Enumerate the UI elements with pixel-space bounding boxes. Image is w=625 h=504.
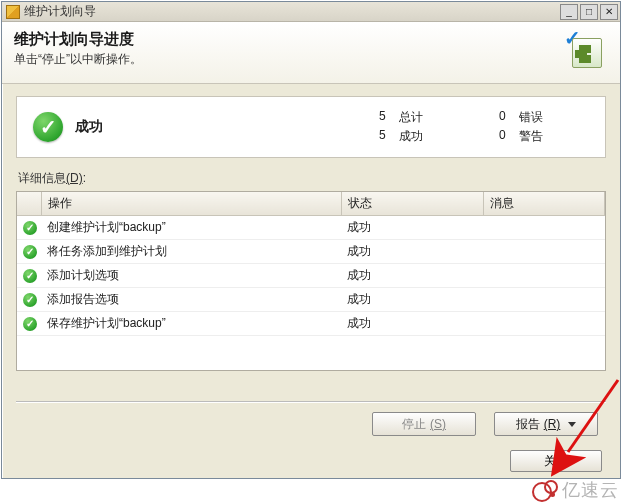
- titlebar: 维护计划向导 _ □ ✕: [2, 2, 620, 22]
- report-button[interactable]: 报告(R): [494, 412, 598, 436]
- col-status[interactable]: 状态: [341, 192, 483, 216]
- success-icon: ✓: [33, 112, 63, 142]
- row-action: 添加报告选项: [41, 288, 341, 312]
- app-icon: [6, 5, 20, 19]
- row-status-icon: ✓: [17, 240, 41, 264]
- details-grid: 操作 状态 消息 ✓创建维护计划“backup”成功✓将任务添加到维护计划成功✓…: [16, 191, 606, 371]
- row-message: [483, 216, 605, 240]
- watermark-text: 亿速云: [562, 478, 619, 502]
- page-title: 维护计划向导进度: [14, 30, 558, 49]
- error-label: 错误: [519, 109, 579, 126]
- row-status: 成功: [341, 240, 483, 264]
- total-label: 总计: [399, 109, 459, 126]
- row-status-icon: ✓: [17, 264, 41, 288]
- watermark-logo-icon: [532, 480, 558, 500]
- row-status-icon: ✓: [17, 288, 41, 312]
- row-action: 添加计划选项: [41, 264, 341, 288]
- stop-button[interactable]: 停止(S): [372, 412, 476, 436]
- row-status-icon: ✓: [17, 216, 41, 240]
- summary-status: 成功: [75, 118, 255, 136]
- row-message: [483, 264, 605, 288]
- row-status: 成功: [341, 312, 483, 336]
- row-action: 保存维护计划“backup”: [41, 312, 341, 336]
- close-window-button[interactable]: ✕: [600, 4, 618, 20]
- wizard-window: 维护计划向导 _ □ ✕ 维护计划向导进度 单击“停止”以中断操作。 ✓ 成功 …: [1, 1, 621, 479]
- close-button[interactable]: 关闭: [510, 450, 602, 472]
- minimize-button[interactable]: _: [560, 4, 578, 20]
- separator: [16, 401, 606, 402]
- row-status: 成功: [341, 216, 483, 240]
- row-action: 将任务添加到维护计划: [41, 240, 341, 264]
- wizard-icon: [566, 30, 608, 72]
- success-label: 成功: [399, 128, 459, 145]
- row-status: 成功: [341, 288, 483, 312]
- button-row: 停止(S) 报告(R): [16, 412, 606, 436]
- warning-label: 警告: [519, 128, 579, 145]
- row-message: [483, 312, 605, 336]
- window-controls: _ □ ✕: [560, 4, 618, 20]
- col-action[interactable]: 操作: [41, 192, 341, 216]
- header-strip: 维护计划向导进度 单击“停止”以中断操作。: [2, 22, 620, 84]
- row-message: [483, 240, 605, 264]
- row-message: [483, 288, 605, 312]
- row-action: 创建维护计划“backup”: [41, 216, 341, 240]
- col-message[interactable]: 消息: [483, 192, 605, 216]
- table-row[interactable]: ✓保存维护计划“backup”成功: [17, 312, 605, 336]
- maximize-button[interactable]: □: [580, 4, 598, 20]
- row-status: 成功: [341, 264, 483, 288]
- window-title: 维护计划向导: [24, 3, 560, 20]
- page-subtitle: 单击“停止”以中断操作。: [14, 51, 558, 68]
- total-count: 5: [379, 109, 399, 126]
- details-label: 详细信息(D):: [18, 170, 604, 187]
- table-row[interactable]: ✓将任务添加到维护计划成功: [17, 240, 605, 264]
- row-status-icon: ✓: [17, 312, 41, 336]
- chevron-down-icon: [568, 422, 576, 427]
- table-row[interactable]: ✓添加报告选项成功: [17, 288, 605, 312]
- warning-count: 0: [499, 128, 519, 145]
- error-count: 0: [499, 109, 519, 126]
- success-count: 5: [379, 128, 399, 145]
- table-row[interactable]: ✓添加计划选项成功: [17, 264, 605, 288]
- summary-panel: ✓ 成功 5 总计 0 错误 5 成功 0 警告: [16, 96, 606, 158]
- col-icon[interactable]: [17, 192, 41, 216]
- table-row[interactable]: ✓创建维护计划“backup”成功: [17, 216, 605, 240]
- watermark: 亿速云: [532, 478, 619, 502]
